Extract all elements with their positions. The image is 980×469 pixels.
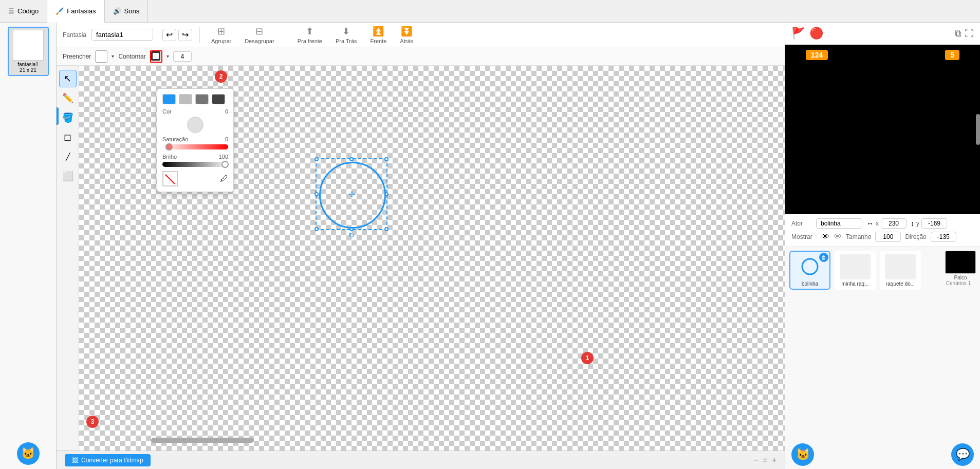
line-tool-button[interactable]: ╱ bbox=[59, 148, 77, 165]
y-coord-group: ↕ y bbox=[911, 218, 947, 229]
stage-scrollbar[interactable] bbox=[976, 114, 980, 145]
zoom-reset-button[interactable]: = bbox=[763, 456, 767, 465]
divider-2 bbox=[286, 27, 286, 43]
rotate-handle[interactable]: ↻ bbox=[348, 231, 355, 239]
tab-fantasia[interactable]: 🖌️ Fantasias bbox=[47, 0, 104, 23]
window-fullscreen-button[interactable]: ⛶ bbox=[965, 28, 974, 39]
eye-visible-button[interactable]: 👁 bbox=[821, 232, 829, 241]
stop-button[interactable]: 🔴 bbox=[809, 27, 823, 40]
pra-tras-button[interactable]: ⬇ Pra Trás bbox=[331, 25, 361, 45]
h-scrollbar[interactable] bbox=[89, 438, 774, 443]
cp-bri-label: Brilho bbox=[162, 154, 177, 160]
cp-tab-dark-gray[interactable] bbox=[212, 94, 225, 104]
fill-chevron-button[interactable]: ▾ bbox=[112, 53, 114, 59]
fill-color-swatch[interactable] bbox=[95, 50, 107, 63]
window-controls: ⧉ ⛶ bbox=[955, 28, 974, 39]
cp-sat-label: Saturação bbox=[162, 136, 188, 142]
costume-toolbar: Fantasia ↩ ↪ ⊞ Agrupar ⊟ Desagrupar ⬆ Pr… bbox=[57, 23, 785, 47]
cp-selected-color[interactable] bbox=[162, 171, 178, 186]
cp-dropper-icon[interactable]: 🖊 bbox=[220, 174, 228, 183]
color-picker-popup: Cor 0 Saturação 0 Brilho 100 🖊 bbox=[157, 88, 234, 192]
y-input[interactable] bbox=[921, 218, 947, 229]
stage-thumbnail[interactable] bbox=[945, 251, 976, 274]
add-actor-cat-button[interactable]: 🐱 bbox=[791, 443, 814, 466]
editor-area: Fantasia ↩ ↪ ⊞ Agrupar ⊟ Desagrupar ⬆ Pr… bbox=[57, 23, 785, 469]
delete-bolinha-button[interactable]: 🗑 bbox=[819, 253, 828, 262]
handle-top-mid[interactable] bbox=[349, 157, 354, 161]
x-input[interactable] bbox=[881, 218, 907, 229]
drawing-tools: ↖ ✏️ 🪣 ◻ ╱ ⬜ bbox=[57, 66, 79, 451]
divider-1 bbox=[199, 27, 200, 43]
zoom-out-button[interactable]: − bbox=[754, 456, 759, 465]
actor-label: Ator bbox=[791, 220, 812, 227]
zoom-controls: − = + bbox=[754, 456, 776, 465]
y-icon: ↕ bbox=[911, 219, 914, 228]
window-normal-button[interactable]: ⧉ bbox=[955, 28, 961, 39]
atras-icon: ⏬ bbox=[401, 26, 412, 37]
atras-button[interactable]: ⏬ Atrás bbox=[396, 25, 417, 45]
eraser-tool-button[interactable]: ◻ bbox=[59, 128, 77, 146]
select-tool-button[interactable]: ↖ bbox=[59, 70, 77, 87]
dir-input[interactable] bbox=[931, 232, 956, 242]
pra-frente-label: Pra frente bbox=[298, 38, 322, 44]
agrupar-button[interactable]: ⊞ Agrupar bbox=[207, 25, 235, 45]
pra-frente-icon: ⬆ bbox=[306, 26, 313, 37]
stroke-color-swatch[interactable] bbox=[150, 50, 162, 63]
cp-tab-blue[interactable] bbox=[162, 94, 176, 104]
atras-label: Atrás bbox=[400, 38, 413, 44]
sprites-row: 🗑 bolinha minha raq... raquete bbox=[789, 251, 976, 290]
handle-left-mid[interactable] bbox=[315, 192, 319, 196]
brush-tool-button[interactable]: ✏️ bbox=[59, 89, 77, 107]
sprite-card-bolinha[interactable]: 🗑 bolinha bbox=[789, 251, 830, 290]
add-sprite-button[interactable]: 🐱 bbox=[17, 442, 40, 465]
handle-bottom-left[interactable] bbox=[315, 227, 319, 231]
x-label: x bbox=[876, 220, 879, 227]
stage-counter-left: 124 bbox=[806, 50, 828, 60]
pra-frente-button[interactable]: ⬆ Pra frente bbox=[293, 25, 326, 45]
pra-tras-icon: ⬇ bbox=[342, 26, 350, 37]
cp-bri-value: 100 bbox=[219, 154, 228, 160]
size-input[interactable] bbox=[875, 232, 901, 242]
badge-1: 1 bbox=[581, 352, 594, 364]
handle-top-right[interactable] bbox=[384, 157, 389, 161]
frente-button[interactable]: ⏫ Frente bbox=[366, 25, 391, 45]
cp-bri-slider[interactable] bbox=[162, 162, 228, 167]
tab-sons[interactable]: 🔊 Sons bbox=[105, 0, 149, 23]
tab-codigo-label: Código bbox=[17, 7, 39, 15]
zoom-in-button[interactable]: + bbox=[772, 456, 776, 465]
convert-bitmap-button[interactable]: 🖼 Converter para Bitmap bbox=[65, 454, 151, 466]
cp-tab-light-gray[interactable] bbox=[179, 94, 192, 104]
undo-button[interactable]: ↩ bbox=[162, 29, 176, 41]
cp-sat-slider[interactable] bbox=[162, 144, 228, 149]
stroke-width-input[interactable] bbox=[173, 51, 192, 62]
sprite-img-raquete-do bbox=[885, 254, 916, 279]
cp-tab-gray[interactable] bbox=[195, 94, 209, 104]
sprite-img-minha-raq bbox=[840, 254, 871, 279]
rect-tool-button[interactable]: ⬜ bbox=[59, 167, 77, 185]
sprite-thumb-size: 21 x 21 bbox=[20, 67, 36, 73]
sprite-card-minha-raq[interactable]: minha raq... bbox=[835, 251, 876, 290]
sprite-thumb-fantasia1[interactable]: fantasia1 21 x 21 bbox=[8, 27, 49, 76]
svg-point-0 bbox=[802, 259, 818, 274]
handle-top-left[interactable] bbox=[315, 157, 319, 161]
cp-sat-thumb[interactable] bbox=[165, 143, 173, 151]
fill-tool-button[interactable]: 🪣 bbox=[59, 109, 77, 126]
sprite-card-raquete-do[interactable]: raquete do... bbox=[880, 251, 921, 290]
actor-name-input[interactable] bbox=[816, 218, 862, 229]
green-flag-button[interactable]: 🚩 bbox=[791, 27, 805, 40]
eye-hidden-button[interactable]: 👁 bbox=[834, 232, 842, 241]
sprite-panel: fantasia1 21 x 21 🐱 bbox=[0, 23, 57, 469]
scrollbar-thumb[interactable] bbox=[151, 438, 254, 443]
flag-area: 🚩 🔴 ⧉ ⛶ bbox=[785, 23, 980, 45]
costume-name-input[interactable] bbox=[91, 29, 153, 41]
desagrupar-button[interactable]: ⊟ Desagrupar bbox=[241, 25, 278, 45]
main-layout: fantasia1 21 x 21 🐱 Fantasia ↩ ↪ ⊞ Agrup… bbox=[0, 23, 980, 469]
x-icon: ↔ bbox=[866, 219, 874, 228]
tab-codigo[interactable]: ☰ Código bbox=[0, 0, 47, 23]
sprite-name-raquete-do: raquete do... bbox=[886, 281, 915, 287]
chat-button[interactable]: 💬 bbox=[951, 443, 974, 466]
stroke-chevron-button[interactable]: ▾ bbox=[167, 53, 169, 59]
redo-button[interactable]: ↪ bbox=[178, 29, 192, 41]
handle-bottom-right[interactable] bbox=[384, 227, 389, 231]
cp-bri-thumb[interactable] bbox=[221, 161, 229, 168]
